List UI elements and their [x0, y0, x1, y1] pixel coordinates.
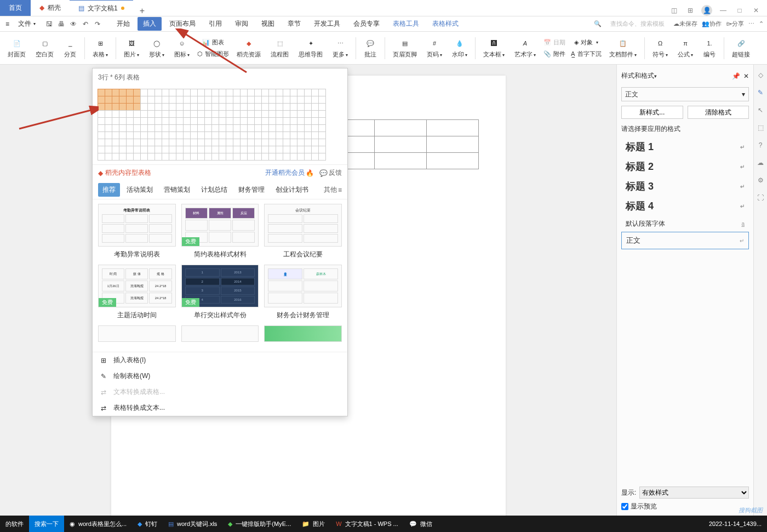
- grid-cell[interactable]: [105, 153, 112, 161]
- grid-cell[interactable]: [247, 146, 255, 153]
- grid-cell[interactable]: [162, 153, 169, 161]
- grid-cell[interactable]: [112, 110, 119, 118]
- grid-cell[interactable]: [247, 131, 255, 139]
- grid-cell[interactable]: [197, 131, 205, 139]
- grid-cell[interactable]: [240, 146, 248, 153]
- grid-cell[interactable]: [112, 146, 119, 153]
- symbol-button[interactable]: Ω符号▾: [648, 36, 672, 60]
- share-button[interactable]: ⌲分享: [726, 20, 744, 28]
- grid-cell[interactable]: [119, 124, 127, 132]
- grid-cell[interactable]: [190, 131, 198, 139]
- grid-cell[interactable]: [147, 117, 155, 125]
- grid-cell[interactable]: [154, 103, 162, 111]
- grid-cell[interactable]: [297, 89, 305, 96]
- grid-cell[interactable]: [190, 153, 198, 161]
- taskbar-chrome[interactable]: ◉word表格里怎么...: [64, 516, 132, 532]
- grid-cell[interactable]: [133, 124, 141, 132]
- grid-cell[interactable]: [211, 103, 219, 111]
- taskbar-soft[interactable]: 的软件: [0, 516, 29, 532]
- grid-cell[interactable]: [254, 153, 262, 161]
- grid-cell[interactable]: [133, 96, 141, 104]
- grid-cell[interactable]: [211, 96, 219, 104]
- grid-cell[interactable]: [126, 153, 134, 161]
- grid-cell[interactable]: [247, 103, 255, 111]
- grid-cell[interactable]: [254, 146, 262, 153]
- grid-cell[interactable]: [112, 89, 119, 96]
- grid-cell[interactable]: [197, 117, 205, 125]
- grid-cell[interactable]: [311, 110, 319, 118]
- equation-button[interactable]: π公式▾: [673, 36, 697, 60]
- grid-cell[interactable]: [211, 89, 219, 96]
- select-icon[interactable]: ⬚: [755, 123, 765, 133]
- grid-cell[interactable]: [297, 153, 305, 161]
- close-button[interactable]: ✕: [751, 5, 762, 16]
- tab-reference[interactable]: 引用: [203, 17, 227, 31]
- grid-cell[interactable]: [98, 110, 105, 118]
- grid-cell[interactable]: [268, 110, 276, 118]
- tab-section[interactable]: 章节: [282, 17, 306, 31]
- grid-cell[interactable]: [283, 124, 290, 132]
- grid-cell[interactable]: [162, 124, 169, 132]
- grid-cell[interactable]: [147, 124, 155, 132]
- grid-cell[interactable]: [290, 139, 297, 146]
- grid-cell[interactable]: [261, 96, 269, 104]
- taskbar-excel[interactable]: ▤word关键词.xls: [163, 516, 222, 532]
- grid-cell[interactable]: [247, 117, 255, 125]
- grid-cell[interactable]: [254, 124, 262, 132]
- grid-cell[interactable]: [197, 110, 205, 118]
- tab-view[interactable]: 视图: [256, 17, 280, 31]
- grid-cell[interactable]: [233, 139, 241, 146]
- grid-cell[interactable]: [290, 124, 297, 132]
- grid-cell[interactable]: [276, 153, 283, 161]
- help-icon[interactable]: ?: [755, 140, 765, 150]
- grid-cell[interactable]: [318, 103, 326, 111]
- grid-cell[interactable]: [226, 110, 233, 118]
- grid-cell[interactable]: [126, 96, 134, 104]
- grid-cell[interactable]: [154, 124, 162, 132]
- style-body[interactable]: 正文↵: [621, 232, 749, 249]
- grid-cell[interactable]: [169, 131, 176, 139]
- style-heading1[interactable]: 标题 1↵: [621, 137, 749, 157]
- grid-cell[interactable]: [98, 117, 105, 125]
- grid-cell[interactable]: [183, 153, 191, 161]
- grid-cell[interactable]: [304, 131, 312, 139]
- grid-cell[interactable]: [162, 96, 169, 104]
- grid-cell[interactable]: [105, 131, 112, 139]
- grid-cell[interactable]: [98, 89, 105, 96]
- grid-cell[interactable]: [261, 89, 269, 96]
- redo-icon[interactable]: ↷: [93, 19, 102, 29]
- avatar-icon[interactable]: 👤: [701, 5, 712, 16]
- grid-cell[interactable]: [254, 96, 262, 104]
- grid-cell[interactable]: [169, 146, 176, 153]
- grid-cell[interactable]: [290, 89, 297, 96]
- grid-cell[interactable]: [126, 139, 134, 146]
- grid-cell[interactable]: [176, 89, 184, 96]
- grid-cell[interactable]: [169, 96, 176, 104]
- grid-cell[interactable]: [197, 124, 205, 132]
- header-footer-button[interactable]: ▤页眉页脚: [388, 36, 421, 60]
- grid-cell[interactable]: [311, 103, 319, 111]
- template-item[interactable]: 会议纪要 工程会议纪要: [264, 204, 342, 259]
- mindmap-button[interactable]: ✦思维导图: [294, 36, 327, 60]
- tab-table-tools[interactable]: 表格工具: [387, 17, 425, 31]
- grid-cell[interactable]: [311, 124, 319, 132]
- grid-cell[interactable]: [211, 131, 219, 139]
- current-style-select[interactable]: 正文▾: [621, 87, 749, 101]
- wordart-button[interactable]: A艺术字▾: [510, 36, 540, 60]
- grid-cell[interactable]: [162, 146, 169, 153]
- tab-start[interactable]: 开始: [111, 17, 135, 31]
- grid-cell[interactable]: [226, 117, 233, 125]
- feedback-link[interactable]: 💬反馈: [319, 168, 342, 178]
- grid-cell[interactable]: [226, 131, 233, 139]
- grid-cell[interactable]: [268, 153, 276, 161]
- grid-cell[interactable]: [219, 89, 226, 96]
- grid-cell[interactable]: [133, 103, 141, 111]
- grid-cell[interactable]: [290, 110, 297, 118]
- cloud-unsaved[interactable]: ☁未保存: [673, 20, 697, 28]
- grid-cell[interactable]: [204, 139, 212, 146]
- grid-cell[interactable]: [304, 110, 312, 118]
- coop-button[interactable]: 👥协作: [702, 20, 722, 28]
- grid-cell[interactable]: [290, 117, 297, 125]
- grid-cell[interactable]: [254, 131, 262, 139]
- grid-cell[interactable]: [197, 103, 205, 111]
